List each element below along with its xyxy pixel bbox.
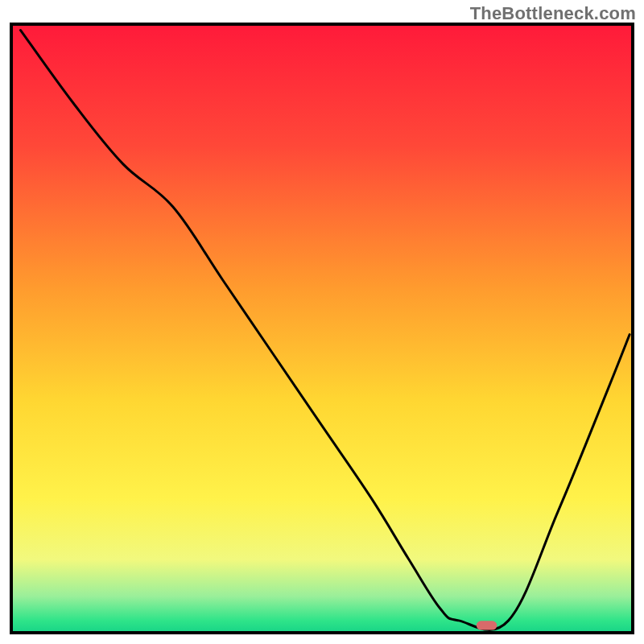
optimal-marker <box>477 621 497 630</box>
chart-container: TheBottleneck.com <box>0 0 644 644</box>
bottleneck-chart <box>0 0 644 644</box>
gradient-background <box>11 24 633 633</box>
